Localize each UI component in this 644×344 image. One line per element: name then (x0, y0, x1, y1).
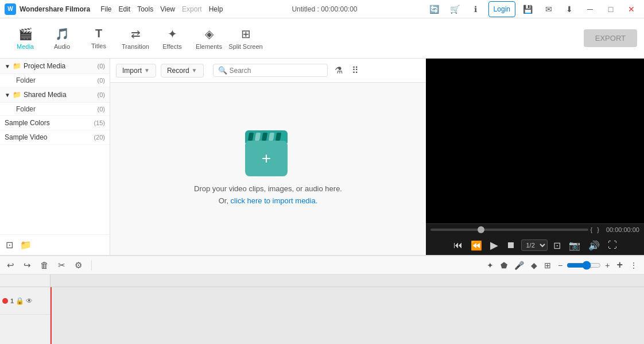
menu-edit[interactable]: Edit (118, 5, 130, 13)
purchase-icon[interactable]: 🛒 (447, 1, 463, 17)
center-toolbar: Import ▼ Record ▼ 🔍 ⚗ ⠿ (110, 59, 426, 83)
preview-scrubber[interactable] (430, 229, 588, 231)
preview-viewport (426, 59, 644, 223)
export-button[interactable]: EXPORT (584, 29, 637, 47)
more-options-button[interactable]: ⋮ (628, 259, 639, 272)
adjustments-button[interactable]: ⚙ (72, 259, 84, 272)
menu-export[interactable]: Export (182, 5, 202, 13)
stop-button[interactable]: ⏹ (504, 239, 518, 252)
app-name: Wondershare Filmora (20, 5, 90, 13)
audio-record-button[interactable]: 🎤 (513, 259, 526, 272)
toolbar-split-screen[interactable]: ⊞ Split Screen (227, 21, 264, 56)
delete-button[interactable]: 🗑 (38, 259, 51, 271)
menu-view[interactable]: View (160, 5, 175, 13)
track-number-icon[interactable]: 1 (10, 297, 14, 304)
track-eye-icon[interactable]: 👁 (26, 297, 33, 305)
menu-help[interactable]: Help (209, 5, 223, 13)
snapshot-button[interactable]: 📷 (567, 239, 583, 252)
project-media-header[interactable]: ▼ 📁 Project Media (0) (0, 59, 110, 74)
clapperboard-icon: + (245, 130, 291, 176)
effects-icon: ✦ (168, 27, 177, 41)
keyframe-button[interactable]: ◆ (529, 259, 539, 272)
record-label: Record (167, 67, 189, 75)
scrubber-thumb[interactable] (478, 226, 484, 233)
shared-media-folder[interactable]: Folder (0) (0, 103, 110, 116)
toolbar-audio[interactable]: 🎵 Audio (44, 21, 80, 56)
menu-bar: File Edit Tools View Export Help (100, 5, 223, 13)
import-label: Import (122, 67, 142, 75)
close-button[interactable]: ✕ (623, 1, 639, 17)
sample-colors-label: Sample Colors (5, 119, 94, 127)
toolbar-media[interactable]: 🎬 Media (7, 21, 44, 56)
effects-label: Effects (162, 43, 181, 50)
search-box[interactable]: 🔍 (213, 64, 328, 77)
new-project-button[interactable]: ⊡ (5, 238, 14, 252)
toolbar-titles[interactable]: T Titles (80, 21, 117, 56)
menu-file[interactable]: File (100, 5, 111, 13)
media-icon: 🎬 (18, 27, 33, 41)
audio-icon: 🎵 (55, 27, 69, 41)
shared-media-chevron: ▼ (5, 92, 10, 98)
preview-timebar: { } 00:00:00:00 (426, 223, 644, 235)
project-folder-count: (0) (98, 77, 105, 84)
toolbar-elements[interactable]: ◈ Elements (191, 21, 227, 56)
track-labels: 1 🔒 👁 (0, 287, 51, 344)
info-icon[interactable]: ℹ (468, 1, 484, 17)
beauty-button[interactable]: ✦ (485, 259, 495, 272)
volume-button[interactable]: 🔊 (586, 239, 602, 252)
drop-area[interactable]: + Drop your video clips, images, or audi… (110, 83, 426, 255)
undo-button[interactable]: ↩ (5, 259, 17, 272)
zoom-slider[interactable] (567, 261, 601, 270)
sample-video-item[interactable]: Sample Video (20) (0, 130, 110, 145)
redo-button[interactable]: ↪ (21, 259, 33, 272)
elements-label: Elements (196, 43, 222, 50)
preview-controls: ⏮ ⏪ ▶ ⏹ 1/2 ⊡ 📷 🔊 ⛶ (426, 235, 644, 255)
zoom-out-button[interactable]: − (556, 259, 564, 272)
grid-view-icon[interactable]: ⠿ (350, 63, 361, 78)
login-button[interactable]: Login (488, 1, 515, 17)
mail-icon[interactable]: ✉ (541, 1, 557, 17)
clapper-stripe-2 (255, 133, 261, 141)
mosaic-button[interactable]: ⊞ (542, 259, 553, 272)
ruler-marks: 00:00:00:00 00:00:05:00 00:00:10:00 00:0… (51, 280, 644, 281)
download-icon[interactable]: ⬇ (561, 1, 577, 17)
record-button[interactable]: Record ▼ (161, 64, 204, 78)
toolbar-separator (91, 260, 92, 270)
zoom-in-button[interactable]: + (603, 259, 611, 272)
import-button[interactable]: Import ▼ (116, 64, 156, 78)
search-input[interactable] (230, 67, 323, 75)
play-button[interactable]: ▶ (488, 238, 501, 253)
step-back-button[interactable]: ⏪ (468, 239, 484, 252)
toolbar-transition[interactable]: ⇄ Transition (117, 21, 154, 56)
playhead[interactable] (51, 287, 52, 344)
crop-button[interactable]: ⊡ (551, 239, 563, 252)
shared-media-header[interactable]: ▼ 📁 Shared Media (0) (0, 87, 110, 103)
project-media-folder[interactable]: Folder (0) (0, 74, 110, 87)
sample-video-count: (20) (94, 134, 105, 141)
minimize-button[interactable]: ─ (582, 1, 598, 17)
import-link[interactable]: click here to import media. (231, 196, 318, 205)
cut-button[interactable]: ✂ (56, 259, 68, 272)
rewind-button[interactable]: ⏮ (451, 239, 465, 252)
project-media-chevron: ▼ (5, 63, 10, 69)
zoom-select[interactable]: 1/2 (521, 239, 548, 251)
clapper-stripe-5 (276, 133, 281, 141)
fullscreen-button[interactable]: ⛶ (606, 239, 619, 252)
mask-button[interactable]: ⬟ (499, 259, 509, 272)
audio-label: Audio (54, 43, 70, 50)
save-icon[interactable]: 💾 (520, 1, 536, 17)
shared-media-section: ▼ 📁 Shared Media (0) Folder (0) (0, 87, 110, 116)
update-icon[interactable]: 🔄 (426, 1, 443, 17)
toolbar-effects[interactable]: ✦ Effects (154, 21, 191, 56)
clapper-stripe-4 (269, 133, 274, 141)
main-area: ▼ 📁 Project Media (0) Folder (0) ▼ 📁 Sha… (0, 59, 644, 255)
open-folder-button[interactable]: 📁 (19, 238, 33, 252)
menu-tools[interactable]: Tools (137, 5, 153, 13)
drop-line2-prefix: Or, (219, 196, 231, 205)
track-lock-icon[interactable]: 🔒 (15, 297, 24, 305)
filter-icon[interactable]: ⚗ (332, 63, 345, 78)
add-track-button[interactable]: + (615, 257, 624, 273)
sample-colors-item[interactable]: Sample Colors (15) (0, 116, 110, 130)
bracket-close: } (597, 226, 599, 233)
maximize-button[interactable]: □ (603, 1, 619, 17)
